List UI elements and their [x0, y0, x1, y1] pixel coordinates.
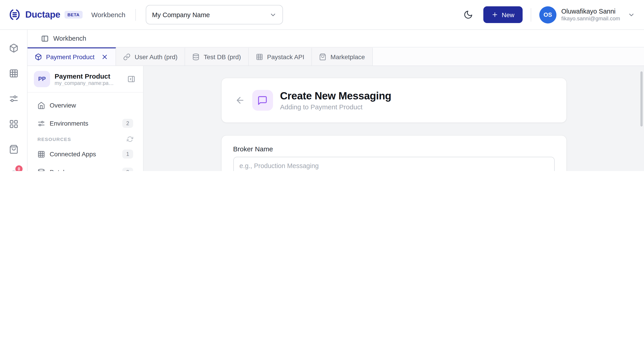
- nav-label: Environments: [50, 120, 88, 127]
- rail-marketplace-button[interactable]: [4, 140, 22, 158]
- project-meta: Payment Product my_company_name:pay...: [54, 72, 114, 86]
- back-button[interactable]: [233, 94, 247, 107]
- apps-grid-icon: [9, 119, 18, 129]
- broker-name-field: Broker Name A friendly name for this mes…: [233, 145, 554, 171]
- section-label: RESOURCES: [38, 136, 71, 142]
- sliders-icon: [9, 94, 18, 103]
- moon-icon: [464, 10, 473, 20]
- store-icon: [9, 144, 18, 154]
- tab-label: User Auth (prd): [135, 53, 178, 61]
- tab-label: Test DB (prd): [204, 53, 241, 61]
- ductape-logo-icon: [8, 8, 21, 21]
- beta-badge: BETA: [64, 11, 83, 19]
- brand-name: Ductape: [25, 10, 60, 20]
- sidebar-item-overview[interactable]: Overview: [33, 97, 138, 113]
- panel-collapse-icon: [127, 75, 136, 83]
- sliders-icon: [38, 120, 45, 127]
- project-header: PP Payment Product my_company_name:pay..…: [28, 66, 143, 93]
- company-select[interactable]: My Company Name: [146, 5, 283, 25]
- project-title: Payment Product: [54, 72, 114, 80]
- panel-icon[interactable]: [41, 35, 49, 42]
- database-icon: [192, 53, 200, 61]
- rail-products-button[interactable]: [4, 39, 22, 57]
- scrollbar-thumb[interactable]: [640, 71, 643, 127]
- nav-count-badge: 1: [122, 150, 133, 159]
- page-title: Create New Messaging: [280, 90, 391, 102]
- tab-bar: Payment Product User Auth (prd) Test DB …: [28, 48, 644, 66]
- hero-card: Create New Messaging Adding to Payment P…: [221, 78, 566, 123]
- chevron-down-icon: [270, 11, 277, 18]
- tab-label: Marketplace: [330, 53, 365, 61]
- rail-notification-badge: 0: [15, 165, 22, 171]
- close-icon[interactable]: [101, 53, 108, 61]
- user-name: Oluwafikayo Sanni: [562, 7, 620, 15]
- rail-apps-button[interactable]: [4, 64, 22, 82]
- page-subtitle: Adding to Payment Product: [280, 103, 391, 111]
- project-nav: Overview Environments 2 RESOURCES: [28, 93, 143, 171]
- messaging-icon-tile: [252, 90, 273, 111]
- header-divider: [136, 9, 136, 21]
- box-icon: [35, 53, 42, 61]
- tab-payment-product[interactable]: Payment Product: [28, 48, 116, 66]
- sidebar-collapse-button[interactable]: [126, 74, 137, 85]
- chevron-down-icon: [628, 11, 635, 18]
- sidebar-item-connected-apps[interactable]: Connected Apps 1: [33, 146, 138, 162]
- refresh-icon[interactable]: [127, 136, 133, 142]
- user-info: Oluwafikayo Sanni fikayo.sanni@gmail.com: [562, 7, 620, 22]
- table-icon: [38, 150, 45, 158]
- header-divider-2: [531, 8, 531, 22]
- link-icon: [124, 53, 131, 61]
- tab-label: Payment Product: [46, 53, 94, 61]
- broker-name-label: Broker Name: [233, 145, 554, 153]
- messaging-form-card: Broker Name A friendly name for this mes…: [221, 135, 566, 171]
- nav-label: Databases: [50, 169, 80, 171]
- sidebar-item-databases[interactable]: Databases 3: [33, 164, 138, 171]
- project-slug: my_company_name:pay...: [54, 80, 114, 86]
- new-button[interactable]: New: [483, 6, 522, 23]
- tab-test-db[interactable]: Test DB (prd): [185, 48, 249, 66]
- user-avatar: OS: [539, 6, 556, 23]
- nav-count-badge: 3: [122, 168, 133, 171]
- resources-section-header: RESOURCES: [38, 136, 133, 142]
- main-content: Create New Messaging Adding to Payment P…: [144, 66, 644, 171]
- tab-paystack-api[interactable]: Paystack API: [249, 48, 312, 66]
- icon-rail: 0: [0, 30, 28, 171]
- broker-name-input[interactable]: [233, 157, 554, 171]
- product-name: Workbench: [92, 11, 126, 19]
- grid-icon: [256, 53, 263, 61]
- home-icon: [38, 101, 45, 109]
- nav-count-badge: 2: [122, 119, 133, 128]
- tab-marketplace[interactable]: Marketplace: [312, 48, 373, 66]
- rail-controls-button[interactable]: [4, 90, 22, 108]
- app-window: Ductape BETA Workbench My Company Name N…: [0, 0, 644, 171]
- company-select-value: My Company Name: [152, 11, 210, 18]
- nav-label: Overview: [50, 102, 76, 109]
- rail-dashboard-button[interactable]: [4, 115, 22, 133]
- rail-security-button[interactable]: 0: [4, 165, 22, 171]
- package-icon: [9, 43, 18, 53]
- project-sidebar: PP Payment Product my_company_name:pay..…: [28, 66, 144, 171]
- app-header: Ductape BETA Workbench My Company Name N…: [0, 0, 644, 30]
- header-right: New OS Oluwafikayo Sanni fikayo.sanni@gm…: [462, 6, 635, 23]
- new-button-label: New: [502, 11, 514, 18]
- project-avatar: PP: [34, 71, 50, 87]
- theme-toggle-button[interactable]: [462, 8, 475, 22]
- sidebar-item-environments[interactable]: Environments 2: [33, 115, 138, 131]
- nav-label: Connected Apps: [50, 150, 96, 158]
- arrow-left-icon: [235, 95, 245, 105]
- user-email: fikayo.sanni@gmail.com: [562, 15, 620, 22]
- hero-text: Create New Messaging Adding to Payment P…: [280, 90, 391, 111]
- workbench-title: Workbench: [53, 35, 86, 42]
- brand: Ductape BETA Workbench: [8, 8, 126, 21]
- plus-icon: [492, 11, 498, 18]
- message-icon: [257, 95, 268, 106]
- user-menu[interactable]: OS Oluwafikayo Sanni fikayo.sanni@gmail.…: [539, 6, 635, 23]
- store-icon: [319, 53, 326, 61]
- database-icon: [38, 168, 45, 171]
- tab-user-auth[interactable]: User Auth (prd): [116, 48, 185, 66]
- tab-label: Paystack API: [267, 53, 304, 61]
- table-icon: [9, 69, 18, 78]
- workbench-bar: Workbench: [28, 30, 644, 48]
